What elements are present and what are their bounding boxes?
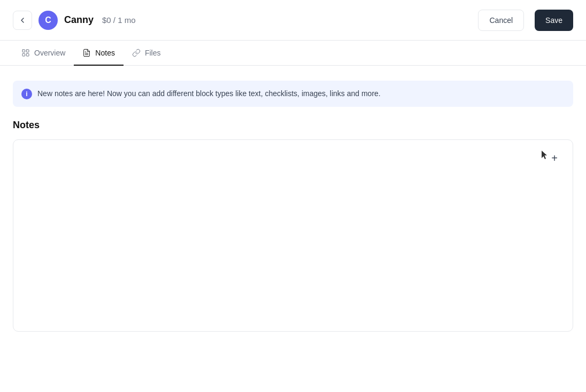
tab-files-label: Files — [145, 49, 161, 57]
notes-section: Notes + — [13, 120, 573, 332]
tabs-bar: Overview Notes Files — [0, 41, 586, 66]
tab-files[interactable]: Files — [124, 41, 169, 66]
back-arrow-icon — [18, 16, 27, 25]
notes-section-title: Notes — [13, 120, 573, 131]
back-button[interactable] — [13, 11, 32, 30]
app-name: Canny — [64, 14, 94, 26]
overview-icon — [21, 49, 30, 57]
svg-rect-1 — [26, 50, 29, 52]
svg-rect-3 — [26, 53, 29, 56]
tab-notes-label: Notes — [95, 49, 115, 57]
tab-overview-label: Overview — [34, 49, 65, 57]
info-banner: i New notes are here! Now you can add di… — [13, 81, 573, 107]
cancel-button[interactable]: Cancel — [478, 10, 524, 31]
notes-icon — [82, 49, 91, 57]
tab-overview[interactable]: Overview — [13, 41, 74, 66]
files-icon — [132, 49, 141, 57]
app-pricing: $0 / 1 mo — [102, 15, 136, 25]
save-button[interactable]: Save — [535, 10, 573, 31]
svg-rect-2 — [22, 53, 25, 56]
svg-rect-0 — [22, 50, 25, 52]
main-content: i New notes are here! Now you can add di… — [0, 66, 586, 347]
header: C Canny $0 / 1 mo Cancel Save — [0, 0, 586, 41]
tab-notes[interactable]: Notes — [74, 41, 124, 66]
notes-editor[interactable]: + — [13, 139, 573, 332]
add-block-button[interactable]: + — [547, 151, 562, 166]
info-banner-text: New notes are here! Now you can add diff… — [37, 88, 381, 99]
info-icon: i — [21, 89, 32, 99]
app-logo: C — [38, 11, 58, 30]
